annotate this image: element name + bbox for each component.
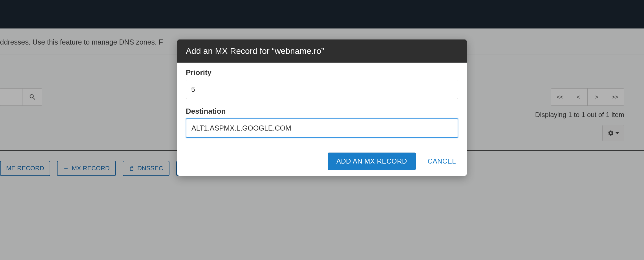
destination-label: Destination bbox=[186, 107, 458, 116]
priority-input[interactable] bbox=[186, 80, 458, 99]
destination-input[interactable] bbox=[186, 118, 458, 138]
modal-overlay[interactable]: Add an MX Record for “webname.ro” Priori… bbox=[0, 0, 644, 260]
priority-label: Priority bbox=[186, 68, 458, 77]
cancel-button[interactable]: Cancel bbox=[425, 153, 458, 170]
modal-title: Add an MX Record for “webname.ro” bbox=[177, 39, 467, 63]
add-mx-record-modal: Add an MX Record for “webname.ro” Priori… bbox=[177, 39, 467, 176]
add-mx-record-submit-button[interactable]: Add an MX Record bbox=[328, 153, 416, 170]
